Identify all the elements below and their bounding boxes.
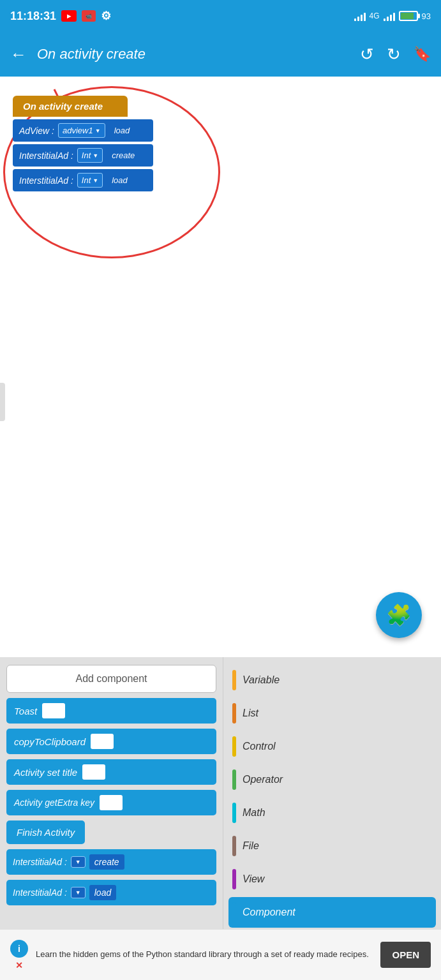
math-label: Math: [243, 807, 265, 819]
category-variable[interactable]: Variable: [228, 665, 436, 695]
category-view[interactable]: View: [228, 864, 436, 895]
record-icon: 📹: [82, 10, 96, 22]
ad-banner: i ✕ Learn the hidden gems of the Python …: [0, 929, 441, 980]
interstitial-load-block[interactable]: InterstitialAd : Int load: [13, 169, 153, 191]
fab-puzzle-button[interactable]: 🧩: [376, 592, 422, 638]
category-component[interactable]: Component: [228, 897, 436, 928]
getextra-label: Activity getExtra key: [14, 798, 94, 808]
control-dot: [232, 736, 236, 757]
category-math[interactable]: Math: [228, 798, 436, 828]
list-dot: [232, 703, 236, 724]
variable-label: Variable: [243, 674, 280, 686]
inter-panel-create-label: InterstitialAd :: [13, 857, 67, 867]
ad-info-wrapper: i ✕: [10, 940, 28, 970]
adview-method: load: [109, 124, 135, 137]
category-operator[interactable]: Operator: [228, 764, 436, 795]
signal-bars-2: [384, 11, 395, 21]
category-file[interactable]: File: [228, 831, 436, 861]
toast-block[interactable]: Toast: [6, 698, 216, 724]
interstitial-create-label: InterstitialAd :: [19, 151, 73, 161]
canvas-area: On activity create AdView : adview1 load…: [0, 77, 441, 657]
adview-dropdown[interactable]: adview1: [58, 123, 105, 138]
operator-dot: [232, 769, 236, 790]
inter-panel-load-label: InterstitialAd :: [13, 887, 67, 898]
interstitial-create-method: create: [107, 149, 140, 162]
set-title-input[interactable]: [82, 764, 105, 780]
youtube-icon: [61, 10, 77, 22]
battery-percent: 93: [422, 11, 431, 21]
interstitial-create-block[interactable]: InterstitialAd : Int create: [13, 144, 153, 167]
status-right: 4G 93: [354, 11, 431, 21]
add-component-button[interactable]: Add component: [6, 665, 216, 693]
category-control[interactable]: Control: [228, 731, 436, 762]
page-title: On activity create: [37, 46, 350, 63]
finish-activity-block[interactable]: Finish Activity: [6, 820, 85, 844]
list-label: List: [243, 708, 258, 719]
copy-label: copyToClipboard: [14, 736, 86, 747]
interstitial-panel-create-block[interactable]: InterstitialAd : create: [6, 849, 216, 875]
math-dot: [232, 803, 236, 823]
interstitial-load-dropdown[interactable]: Int: [77, 173, 103, 188]
copy-input[interactable]: [91, 734, 114, 749]
puzzle-icon: 🧩: [386, 603, 412, 627]
view-label: View: [243, 873, 264, 885]
inter-panel-create-method: create: [89, 854, 124, 870]
component-dot: [232, 902, 236, 923]
scroll-indicator[interactable]: [0, 383, 5, 421]
set-title-label: Activity set title: [14, 767, 77, 778]
time-display: 11:18:31: [10, 10, 56, 23]
inter-panel-load-dropdown[interactable]: [71, 887, 86, 898]
toast-label: Toast: [14, 706, 37, 716]
copy-clipboard-block[interactable]: copyToClipboard: [6, 729, 216, 754]
variable-dot: [232, 670, 236, 690]
adview-block[interactable]: AdView : adview1 load: [13, 119, 153, 142]
inter-panel-load-method: load: [89, 885, 116, 900]
view-dot: [232, 869, 236, 889]
redo-button[interactable]: ↻: [387, 45, 401, 64]
app-bar-actions: ↺ ↻ 🔖: [360, 45, 431, 64]
network-type: 4G: [370, 11, 380, 20]
getextra-input[interactable]: [100, 795, 123, 810]
status-left: 11:18:31 📹 ⚙: [10, 9, 111, 23]
ad-open-button[interactable]: OPEN: [380, 942, 431, 968]
app-bar: ← On activity create ↺ ↻ 🔖: [0, 32, 441, 77]
operator-label: Operator: [243, 774, 283, 785]
control-label: Control: [243, 741, 276, 752]
settings-icon[interactable]: ⚙: [101, 9, 111, 23]
activity-set-title-block[interactable]: Activity set title: [6, 759, 216, 785]
interstitial-panel-load-block[interactable]: InterstitialAd : load: [6, 880, 216, 905]
adview-label: AdView :: [19, 126, 54, 136]
bookmark-button[interactable]: 🔖: [414, 46, 431, 63]
status-bar: 11:18:31 📹 ⚙ 4G 93: [0, 0, 441, 32]
file-dot: [232, 836, 236, 856]
interstitial-load-method: load: [107, 174, 133, 187]
back-button[interactable]: ←: [10, 45, 27, 64]
finish-label: Finish Activity: [17, 827, 75, 838]
ad-text: Learn the hidden gems of the Python stan…: [36, 949, 373, 960]
file-label: File: [243, 840, 259, 852]
inter-panel-create-dropdown[interactable]: [71, 856, 86, 868]
interstitial-load-label: InterstitialAd :: [19, 175, 73, 186]
category-list[interactable]: List: [228, 698, 436, 729]
ad-info-icon: i: [10, 940, 28, 958]
blocks-container: On activity create AdView : adview1 load…: [13, 96, 153, 191]
event-block[interactable]: On activity create: [13, 96, 128, 117]
battery-indicator: [399, 11, 418, 21]
toast-input[interactable]: [42, 703, 65, 718]
activity-getextra-block[interactable]: Activity getExtra key: [6, 790, 216, 815]
signal-bars: [354, 11, 366, 21]
undo-button[interactable]: ↺: [360, 45, 374, 64]
interstitial-create-dropdown[interactable]: Int: [77, 148, 103, 163]
ad-close-icon[interactable]: ✕: [15, 960, 23, 970]
component-label: Component: [243, 907, 295, 918]
